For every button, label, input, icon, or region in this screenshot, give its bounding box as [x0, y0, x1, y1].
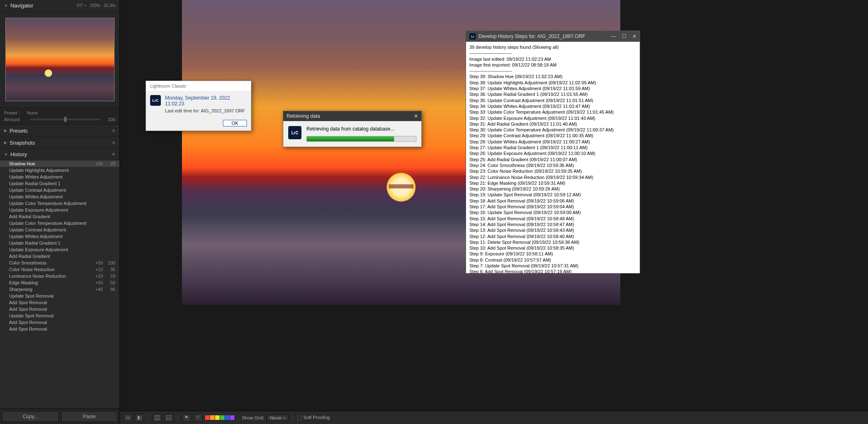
- history-line: Step 33: Update Color Temperature Adjust…: [469, 109, 636, 115]
- survey-view-button[interactable]: ⿳: [164, 414, 173, 422]
- history-steps-window: Lr Develop History Steps for: AIG_2022_1…: [466, 31, 640, 274]
- history-list: Shadow Hue+2525Update Highlights Adjustm…: [0, 160, 120, 409]
- history-item[interactable]: Add Spot Removal: [0, 306, 120, 312]
- navigator-title: Navigator: [10, 2, 33, 9]
- nav-zoom-100[interactable]: 100%: [90, 3, 100, 8]
- history-item[interactable]: Color Smoothness+50100: [0, 260, 120, 266]
- add-icon[interactable]: +: [112, 127, 115, 134]
- add-icon[interactable]: +: [112, 139, 115, 146]
- history-line: Step 32: Update Exposure Adjustment (09/…: [469, 115, 636, 121]
- history-item[interactable]: Add Spot Removal: [0, 299, 120, 306]
- history-item[interactable]: Add Radial Gradient: [0, 253, 120, 260]
- before-after-button[interactable]: ⿲: [153, 414, 162, 422]
- left-panel: ▼ Navigator FIT ÷ 100% 33.3% Preset : No…: [0, 0, 120, 424]
- copy-paste-bar: Copy... Paste: [0, 409, 120, 424]
- history-line: Step 38: Update Highlights Adjustment (0…: [469, 80, 636, 86]
- nav-fit[interactable]: FIT ÷: [77, 3, 86, 8]
- color-swatch[interactable]: [210, 415, 215, 420]
- history-line: ----------------------------: [469, 50, 636, 56]
- history-line: Step 7: Update Spot Removal (09/19/22 10…: [469, 263, 636, 269]
- history-item[interactable]: Update Highlights Adjustment: [0, 167, 120, 174]
- navigator-thumbnail[interactable]: [5, 18, 115, 101]
- chevron-down-icon: ▼: [4, 152, 8, 157]
- history-line: Step 9: Exposure (09/19/22 10:58:11 AM): [469, 251, 636, 257]
- navigator-thumb-area: [0, 12, 120, 107]
- compare-view-button[interactable]: ◧: [135, 414, 144, 422]
- color-swatch[interactable]: [215, 415, 220, 420]
- close-icon[interactable]: ✕: [414, 113, 418, 119]
- history-item[interactable]: Update Exposure Adjustment: [0, 246, 120, 253]
- history-item[interactable]: Shadow Hue+2525: [0, 160, 120, 167]
- paste-button[interactable]: Paste: [61, 411, 118, 422]
- ok-button[interactable]: OK: [223, 120, 247, 126]
- history-line: Step 29: Update Contrast Adjustment (09/…: [469, 133, 636, 138]
- history-item[interactable]: Update Radial Gradient 1: [0, 180, 120, 187]
- history-item[interactable]: Add Spot Removal: [0, 326, 120, 332]
- maximize-icon[interactable]: ☐: [622, 33, 626, 39]
- preset-block: Preset : None Amount 100: [0, 107, 120, 125]
- color-labels[interactable]: [205, 415, 234, 420]
- color-swatch[interactable]: [220, 415, 225, 420]
- loupe-view-button[interactable]: ▭: [123, 414, 132, 422]
- history-item[interactable]: Update Contrast Adjustment: [0, 187, 120, 193]
- color-swatch[interactable]: [225, 415, 230, 420]
- history-line: Step 12: Add Spot Removal (09/19/22 10:5…: [469, 233, 636, 239]
- amount-label: Amount: [4, 117, 27, 122]
- history-item[interactable]: Update Radial Gradient 1: [0, 240, 120, 246]
- history-line: Step 20: Sharpening (09/19/22 10:59:28 A…: [469, 186, 636, 192]
- history-item[interactable]: Update Whites Adjustment: [0, 233, 120, 240]
- history-item[interactable]: Sharpening+4686: [0, 286, 120, 293]
- color-swatch[interactable]: [205, 415, 210, 420]
- lrc-icon: LrC: [288, 126, 301, 139]
- history-item[interactable]: Add Spot Removal: [0, 319, 120, 326]
- chevron-right-icon: ▶: [4, 141, 7, 145]
- history-line: Step 18: Add Spot Removal (09/19/22 10:5…: [469, 198, 636, 204]
- flag-button[interactable]: ⚑: [182, 414, 191, 422]
- preset-value[interactable]: None: [27, 110, 38, 115]
- progress-dialog: Retrieving data ✕ LrC Retrieving data fr…: [283, 111, 422, 147]
- history-line: Step 27: Update Radial Gradient 1 (09/19…: [469, 145, 636, 150]
- history-item[interactable]: Add Radial Gradient: [0, 213, 120, 220]
- history-item[interactable]: Update Spot Removal: [0, 293, 120, 299]
- history-item[interactable]: Luminance Noise Reduction+2929: [0, 273, 120, 279]
- history-header[interactable]: ▼ History ✕: [0, 149, 120, 160]
- snapshots-header[interactable]: ▶ Snapshots +: [0, 137, 120, 149]
- history-item[interactable]: Update Whites Adjustment: [0, 193, 120, 200]
- navigator-header[interactable]: ▼ Navigator FIT ÷ 100% 33.3%: [0, 0, 120, 12]
- show-grid-dropdown[interactable]: Never ÷: [267, 414, 288, 421]
- history-line: Step 21: Edge Masking (09/19/22 10:59:31…: [469, 180, 636, 186]
- close-icon[interactable]: ✕: [632, 33, 636, 39]
- history-item[interactable]: Update Contrast Adjustment: [0, 226, 120, 233]
- history-line: Step 36: Update Radial Gradient 1 (09/19…: [469, 91, 636, 97]
- history-item[interactable]: Update Color Temperature Adjustment: [0, 220, 120, 226]
- minimize-icon[interactable]: —: [611, 33, 616, 39]
- history-item[interactable]: Color Noise Reduction+1035: [0, 266, 120, 273]
- history-line: Image last edited: 09/19/22 11:02:23 AM: [469, 56, 636, 62]
- show-grid-label: Show Grid:: [242, 415, 264, 420]
- history-line: Step 16: Update Spot Removal (09/19/22 1…: [469, 210, 636, 215]
- history-line: Step 22: Luminance Noise Reduction (09/1…: [469, 174, 636, 180]
- history-line: Step 6: Add Spot Removal (09/19/22 10:57…: [469, 269, 636, 273]
- copy-button[interactable]: Copy...: [2, 411, 59, 422]
- history-window-title[interactable]: Develop History Steps for: AIG_2022_1897…: [478, 33, 605, 39]
- history-item[interactable]: Update Color Temperature Adjustment: [0, 200, 120, 207]
- history-window-body: 39 develop history steps found (Showing …: [466, 42, 640, 273]
- history-line: Step 11: Delete Spot Removal (09/19/22 1…: [469, 239, 636, 245]
- history-item[interactable]: Update Exposure Adjustment: [0, 207, 120, 213]
- close-icon[interactable]: ✕: [112, 152, 115, 157]
- history-line: Step 34: Update Whites Adjustment (09/19…: [469, 103, 636, 109]
- nav-zoom-33[interactable]: 33.3%: [104, 3, 115, 8]
- history-item[interactable]: Update Whites Adjustment: [0, 174, 120, 180]
- color-swatch[interactable]: [230, 415, 234, 420]
- sun-overlay: [387, 173, 416, 202]
- history-line: Step 19: Update Spot Removal (09/19/22 1…: [469, 192, 636, 198]
- amount-slider[interactable]: [30, 119, 100, 120]
- presets-header[interactable]: ▶ Presets +: [0, 125, 120, 137]
- history-line: Step 17: Add Spot Removal (09/19/22 10:5…: [469, 204, 636, 210]
- reject-button[interactable]: ⚐: [194, 414, 203, 422]
- amount-value: 100: [104, 117, 115, 122]
- progress-bar: [306, 136, 416, 142]
- history-item[interactable]: Edge Masking+5050: [0, 279, 120, 286]
- soft-proofing-checkbox[interactable]: Soft Proofing: [297, 415, 330, 420]
- history-item[interactable]: Update Spot Removal: [0, 312, 120, 319]
